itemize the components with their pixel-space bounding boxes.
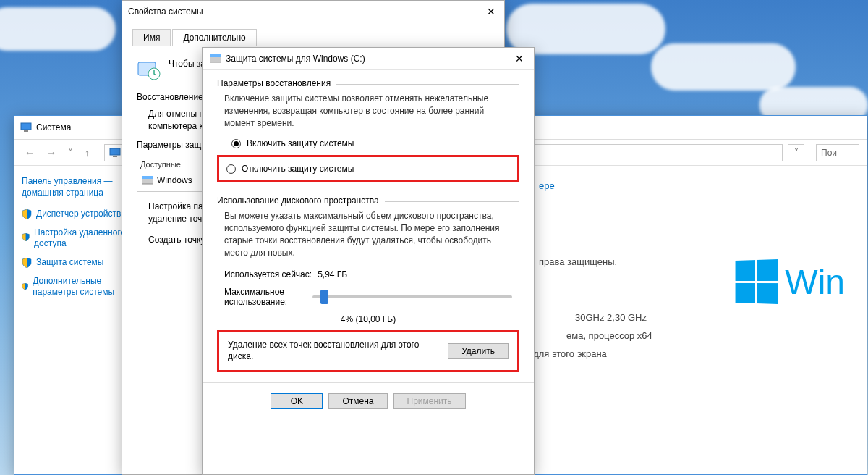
radio-icon <box>231 139 241 148</box>
slider-value-text: 4% (10,00 ГБ) <box>217 311 519 330</box>
dialog-button-row: OK Отмена Применить <box>203 382 534 413</box>
address-chevron-icon[interactable]: ˅ <box>788 144 804 161</box>
cpu-text: 30GHz 2,30 GHz <box>575 312 845 323</box>
svg-rect-8 <box>210 56 221 62</box>
cloud-decoration <box>0 7 116 51</box>
restore-icon <box>137 58 161 83</box>
svg-rect-7 <box>142 176 153 179</box>
props-titlebar[interactable]: Свойства системы ✕ <box>122 1 504 22</box>
disk-group-title: Использование дискового пространства <box>217 196 379 206</box>
windows-logo: Win <box>734 260 845 303</box>
drive-icon <box>142 176 153 185</box>
close-icon[interactable]: ✕ <box>512 53 527 64</box>
nav-up-icon[interactable]: ↑ <box>82 147 93 159</box>
restore-group-title: Параметры восстановления <box>217 78 331 88</box>
shield-icon <box>22 258 32 268</box>
svg-rect-3 <box>113 156 117 157</box>
sidebar-link-device-manager[interactable]: Диспетчер устройств <box>22 209 134 220</box>
ok-button[interactable]: OK <box>271 393 323 409</box>
used-label: Используется сейчас: <box>224 269 312 279</box>
sidebar-link-label: Настройка удаленного доступа <box>34 227 134 250</box>
sidebar-link-protection[interactable]: Защита системы <box>22 257 134 269</box>
windows-logo-icon <box>736 259 778 304</box>
delete-button[interactable]: Удалить <box>448 343 509 359</box>
slider-thumb[interactable] <box>320 290 328 304</box>
props-tabs: Имя Дополнительно <box>132 28 494 46</box>
shield-icon <box>22 233 30 243</box>
monitor-icon <box>20 122 32 133</box>
partial-text: ере <box>539 180 845 191</box>
screen-text: ны для этого экрана <box>519 348 845 359</box>
protect-title: Защита системы для Windows (C:) <box>226 54 512 64</box>
svg-rect-0 <box>21 123 31 130</box>
apply-button: Применить <box>393 393 466 409</box>
svg-rect-1 <box>24 130 28 132</box>
monitor-icon <box>109 148 121 158</box>
sidebar-link-label: Диспетчер устройств <box>36 209 121 220</box>
shield-icon <box>22 209 32 219</box>
sidebar-link-label: Дополнительные параметры системы <box>33 276 134 298</box>
drive-icon <box>210 54 221 63</box>
cloud-decoration <box>651 43 796 91</box>
radio-label: Отключить защиту системы <box>242 164 354 174</box>
radio-enable-protection[interactable]: Включить защиту системы <box>217 136 519 151</box>
radio-label: Включить защиту системы <box>247 138 354 148</box>
radio-icon <box>226 164 236 174</box>
highlighted-disable-option: Отключить защиту системы <box>217 155 519 182</box>
system-title: Система <box>36 122 71 133</box>
nav-forward-icon: → <box>43 147 59 159</box>
used-value: 5,94 ГБ <box>318 269 347 279</box>
nav-back-icon[interactable]: ← <box>22 147 38 159</box>
disk-description: Вы можете указать максимальный объем дис… <box>217 207 519 266</box>
tab-additional[interactable]: Дополнительно <box>172 29 256 46</box>
props-title: Свойства системы <box>128 7 484 17</box>
search-input[interactable]: Пои <box>816 144 859 161</box>
max-usage-slider[interactable] <box>312 295 512 298</box>
close-icon[interactable]: ✕ <box>484 6 498 17</box>
windows-logo-text: Win <box>785 262 845 302</box>
cancel-button[interactable]: Отмена <box>328 393 387 409</box>
sidebar-link-label: Защита системы <box>36 257 103 269</box>
delete-description: Удаление всех точек восстановления для э… <box>228 340 439 362</box>
svg-rect-2 <box>110 148 120 155</box>
divider <box>385 201 519 202</box>
sidebar-link-advanced[interactable]: Дополнительные параметры системы <box>22 276 134 298</box>
highlighted-delete-section: Удаление всех точек восстановления для э… <box>217 330 519 371</box>
divider <box>336 84 519 85</box>
tab-name[interactable]: Имя <box>132 29 171 46</box>
svg-rect-6 <box>142 178 153 184</box>
sidebar-heading[interactable]: Панель управления — домашняя страница <box>22 176 134 198</box>
sidebar-link-remote[interactable]: Настройка удаленного доступа <box>22 227 134 250</box>
restore-description: Включение защиты системы позволяет отмен… <box>217 90 519 136</box>
drive-item-label: Windows <box>157 175 192 187</box>
nav-chevron-icon[interactable]: ˅ <box>65 147 76 159</box>
protect-titlebar[interactable]: Защита системы для Windows (C:) ✕ <box>203 48 534 70</box>
protection-dialog: Защита системы для Windows (C:) ✕ Параме… <box>202 47 535 475</box>
max-usage-label: Максимальное использование: <box>224 287 304 308</box>
radio-disable-protection[interactable]: Отключить защиту системы <box>226 161 354 176</box>
shield-icon <box>22 282 28 292</box>
svg-rect-9 <box>210 54 221 57</box>
arch-text: ема, процессор x64 <box>566 330 845 341</box>
